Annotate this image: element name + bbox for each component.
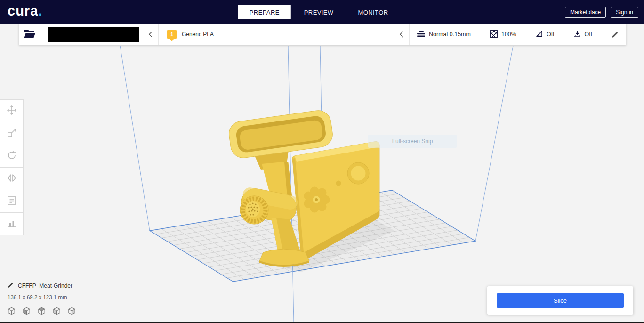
print-settings-panel[interactable]: Normal 0.15mm 100% Off: [410, 24, 626, 45]
logo-dot: .: [38, 3, 42, 18]
folder-open-icon: [24, 29, 36, 40]
infill-value: 100%: [501, 31, 516, 38]
viewport-3d[interactable]: [0, 0, 644, 323]
configuration-bar: 1 Generic PLA Normal 0.15mm: [19, 24, 626, 45]
model-name: CFFFP_Meat-Grinder: [18, 283, 72, 289]
scale-tool-button[interactable]: [0, 122, 24, 145]
tool-sidebar: [0, 100, 24, 235]
view-left-button[interactable]: [52, 306, 61, 315]
tab-preview[interactable]: PREVIEW: [293, 5, 345, 19]
open-file-button[interactable]: [19, 24, 41, 45]
adhesion-setting: Off: [574, 30, 592, 39]
marketplace-button[interactable]: Marketplace: [565, 7, 606, 18]
support-blocker-tool-button[interactable]: [0, 212, 24, 235]
tab-monitor[interactable]: MONITOR: [347, 5, 400, 19]
rotate-tool-button[interactable]: [0, 145, 24, 168]
rotate-icon: [7, 150, 17, 162]
material-selector[interactable]: 1 Generic PLA: [159, 24, 410, 45]
model-dimensions: 136.1 x 69.2 x 123.1 mm: [8, 294, 76, 300]
model-info-panel: CFFFP_Meat-Grinder 136.1 x 69.2 x 123.1 …: [8, 282, 76, 315]
view-3d-button[interactable]: [7, 306, 16, 315]
cura-logo: cura.: [8, 3, 42, 19]
camera-view-presets: [7, 306, 76, 315]
extruder-1-icon: 1: [167, 30, 177, 39]
infill-icon: [490, 30, 498, 39]
mirror-icon: [7, 173, 17, 185]
stage-tabs: PREPARE PREVIEW MONITOR: [238, 5, 400, 19]
material-collapse-chevron-icon[interactable]: [399, 31, 404, 38]
slice-button[interactable]: Slice: [497, 293, 624, 308]
printer-selector[interactable]: [41, 24, 159, 45]
header-bar: cura. PREPARE PREVIEW MONITOR Marketplac…: [0, 0, 644, 24]
support-icon: [536, 30, 543, 39]
rename-pencil-icon[interactable]: [8, 282, 14, 290]
snip-watermark-text: Full-screen Snip: [392, 138, 433, 145]
view-right-button[interactable]: [67, 306, 76, 315]
extruder-number: 1: [170, 32, 173, 37]
slice-panel: Slice: [487, 286, 633, 315]
support-setting: Off: [536, 30, 554, 39]
infill-setting: 100%: [490, 30, 516, 39]
support-value: Off: [547, 31, 554, 38]
adhesion-value: Off: [585, 31, 592, 38]
per-model-settings-tool-button[interactable]: [0, 190, 24, 213]
profile-value: Normal 0.15mm: [429, 31, 471, 38]
profile-setting: Normal 0.15mm: [417, 30, 471, 39]
sign-in-button[interactable]: Sign in: [611, 7, 638, 18]
move-icon: [7, 105, 17, 117]
view-front-button[interactable]: [22, 306, 31, 315]
per-model-settings-icon: [7, 195, 17, 208]
view-top-button[interactable]: [37, 306, 46, 315]
edit-settings-pencil-icon[interactable]: [612, 31, 619, 38]
snip-watermark: Full-screen Snip: [368, 135, 457, 148]
scale-icon: [7, 128, 17, 140]
layers-icon: [417, 30, 425, 39]
printer-name-redacted: [48, 27, 139, 42]
move-tool-button[interactable]: [0, 99, 24, 122]
adhesion-icon: [574, 30, 581, 39]
material-name: Generic PLA: [182, 31, 214, 38]
tab-prepare[interactable]: PREPARE: [238, 5, 291, 19]
mirror-tool-button[interactable]: [0, 167, 24, 190]
header-actions: Marketplace Sign in: [565, 7, 638, 18]
printer-collapse-chevron-icon[interactable]: [148, 31, 153, 38]
support-blocker-icon: [7, 218, 17, 230]
